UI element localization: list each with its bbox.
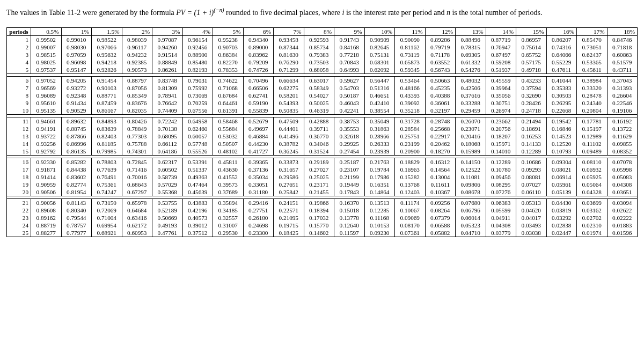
value-cell: 0.37043 xyxy=(607,77,638,85)
period-cell: 23 xyxy=(7,214,31,222)
value-cell: 0.83748 xyxy=(152,77,183,85)
value-cell: 0.11174 xyxy=(395,199,426,207)
value-cell: 0.24718 xyxy=(516,107,547,115)
rate-header: 10% xyxy=(364,28,395,36)
value-cell: 0.49193 xyxy=(152,222,183,229)
value-cell: 0.65873 xyxy=(395,58,426,66)
value-cell: 0.18207 xyxy=(486,132,516,140)
value-cell: 0.16312 xyxy=(425,158,456,166)
period-cell: 24 xyxy=(7,222,31,229)
period-cell: 22 xyxy=(7,207,31,214)
value-cell: 0.06014 xyxy=(456,214,486,222)
value-cell: 0.05313 xyxy=(516,199,547,207)
table-row: 100.951350.905290.861670.820350.744090.6… xyxy=(7,107,638,115)
value-cell: 0.28966 xyxy=(364,132,395,140)
value-cell: 0.94191 xyxy=(31,125,62,132)
value-cell: 0.21763 xyxy=(364,158,395,166)
row-group: 60.970520.942050.914540.887970.837480.79… xyxy=(7,77,638,115)
value-cell: 0.62317 xyxy=(152,158,183,166)
value-cell: 0.02702 xyxy=(577,214,608,222)
value-cell: 0.90529 xyxy=(61,107,92,115)
value-cell: 0.25751 xyxy=(395,132,426,140)
value-cell: 0.33288 xyxy=(456,99,486,107)
value-cell: 0.13004 xyxy=(425,173,456,181)
value-cell: 0.88900 xyxy=(182,51,213,58)
value-cell: 0.85282 xyxy=(61,158,92,166)
value-cell: 0.79383 xyxy=(304,51,334,58)
value-cell: 0.62092 xyxy=(364,66,395,74)
value-cell: 0.39012 xyxy=(182,222,213,229)
value-cell: 0.57175 xyxy=(516,58,547,66)
value-cell: 0.35553 xyxy=(334,125,365,132)
value-cell: 0.28584 xyxy=(395,125,426,132)
value-cell: 0.29586 xyxy=(274,173,304,181)
value-cell: 0.71004 xyxy=(92,214,122,222)
value-cell: 0.70496 xyxy=(243,77,274,85)
value-cell: 0.95610 xyxy=(31,99,62,107)
value-cell: 0.73069 xyxy=(182,92,213,99)
value-cell: 0.73503 xyxy=(304,58,334,66)
pv-table: periods 0.5%1%1.5%2%3%4%5%6%7%8%9%10%11%… xyxy=(6,27,638,237)
value-cell: 0.94205 xyxy=(61,77,92,85)
period-cell: 2 xyxy=(7,43,31,51)
value-cell: 0.27454 xyxy=(334,148,365,156)
value-cell: 0.20804 xyxy=(577,107,608,115)
value-cell: 0.37616 xyxy=(456,92,486,99)
value-cell: 0.16963 xyxy=(395,166,426,173)
value-cell: 0.09069 xyxy=(395,214,426,222)
value-cell: 0.76290 xyxy=(274,58,304,66)
value-cell: 0.39092 xyxy=(395,99,426,107)
value-cell: 0.83602 xyxy=(61,173,92,181)
value-cell: 0.21199 xyxy=(334,173,365,181)
rate-header: 4% xyxy=(182,28,213,36)
value-cell: 0.94218 xyxy=(92,58,122,66)
value-cell: 0.03699 xyxy=(577,199,608,207)
value-cell: 0.05599 xyxy=(486,207,516,214)
table-row: 150.927920.861350.799850.743010.641860.5… xyxy=(7,148,638,156)
table-row: 230.891620.795440.710040.634160.506690.4… xyxy=(7,214,638,222)
value-cell: 0.98025 xyxy=(31,58,62,66)
value-cell: 0.03162 xyxy=(577,207,608,214)
value-cell: 0.87719 xyxy=(486,36,516,44)
value-cell: 0.71416 xyxy=(122,166,152,173)
value-cell: 0.64993 xyxy=(334,66,365,74)
period-cell: 4 xyxy=(7,58,31,66)
value-cell: 0.46651 xyxy=(364,92,395,99)
value-cell: 0.08021 xyxy=(546,166,577,173)
value-cell: 0.99502 xyxy=(31,36,62,44)
value-cell: 0.31180 xyxy=(243,188,274,196)
value-cell: 0.10153 xyxy=(364,222,395,229)
value-cell: 0.90909 xyxy=(364,36,395,44)
value-cell: 0.07027 xyxy=(516,181,547,188)
value-cell: 0.61391 xyxy=(213,107,244,115)
value-cell: 0.23107 xyxy=(334,166,365,173)
value-cell: 0.51337 xyxy=(182,166,213,173)
value-cell: 0.79719 xyxy=(425,43,456,51)
value-cell: 0.98522 xyxy=(92,36,122,44)
value-cell: 0.86135 xyxy=(61,148,92,156)
table-row: 160.923300.852820.788030.728450.623170.5… xyxy=(7,158,638,166)
rate-header: 0.5% xyxy=(31,28,62,36)
value-cell: 0.19106 xyxy=(607,107,638,115)
value-cell: 0.94232 xyxy=(122,51,152,58)
period-cell: 6 xyxy=(7,77,31,85)
value-cell: 0.93272 xyxy=(61,84,92,92)
value-cell: 0.31393 xyxy=(607,84,638,92)
value-cell: 0.99007 xyxy=(31,43,62,51)
value-cell: 0.74409 xyxy=(152,107,183,115)
value-cell: 0.22917 xyxy=(425,132,456,140)
value-cell: 0.96098 xyxy=(61,58,92,66)
value-cell: 0.11597 xyxy=(334,229,365,237)
value-cell: 0.79209 xyxy=(243,58,274,66)
rate-header: 5% xyxy=(213,28,244,36)
value-cell: 0.27751 xyxy=(243,207,274,214)
value-cell: 0.88719 xyxy=(31,222,62,229)
value-cell: 0.16846 xyxy=(546,125,577,132)
value-cell: 0.34185 xyxy=(213,207,244,214)
rate-header: 11% xyxy=(395,28,426,36)
value-cell: 0.90573 xyxy=(122,66,152,74)
period-cell: 8 xyxy=(7,92,31,99)
value-cell: 0.56447 xyxy=(364,77,395,85)
value-cell: 0.52679 xyxy=(243,117,274,126)
value-cell: 0.98030 xyxy=(61,43,92,51)
